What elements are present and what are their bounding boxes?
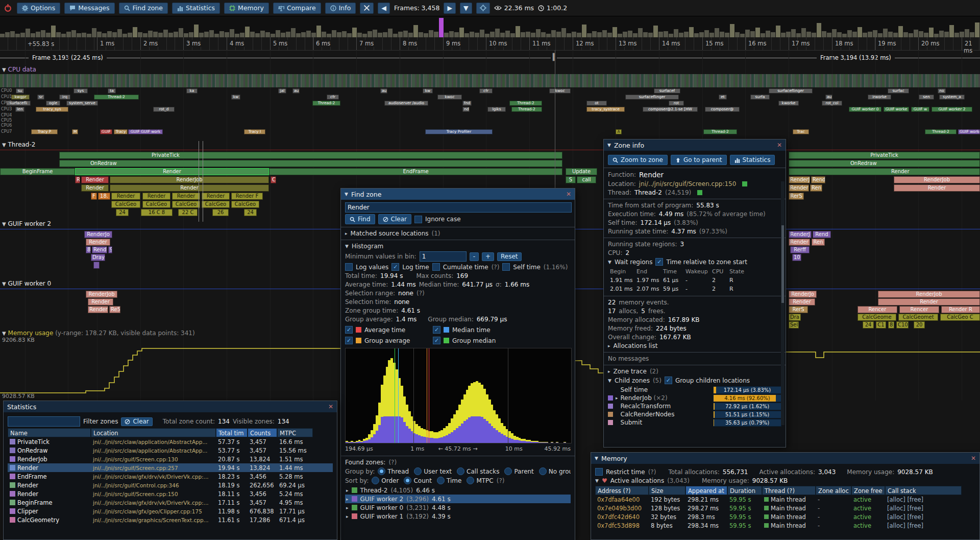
- timeline-zone[interactable]: Render: [81, 184, 109, 192]
- frame-bar[interactable]: [235, 34, 239, 37]
- timeline-zone[interactable]: PrivateTick: [59, 152, 562, 159]
- frame-bar[interactable]: [368, 31, 372, 37]
- frame-bar[interactable]: [776, 26, 780, 37]
- timeline-zone[interactable]: BeginFrame: [0, 168, 75, 175]
- self-time-checkbox[interactable]: ✓: [502, 263, 510, 271]
- frame-bar[interactable]: [934, 34, 939, 37]
- timeline-zone[interactable]: system_serve: [66, 101, 98, 106]
- find-zone-titlebar[interactable]: ▼ Find zone ✕: [341, 189, 575, 200]
- timeline-zone[interactable]: CalcGeo: [202, 201, 230, 208]
- frame-bar[interactable]: [403, 31, 408, 37]
- frame-bar[interactable]: [148, 31, 153, 37]
- frame-bar[interactable]: [459, 28, 464, 37]
- frame-bar[interactable]: [286, 32, 290, 37]
- frame-bar[interactable]: [674, 29, 678, 37]
- find-button[interactable]: Find: [345, 214, 375, 224]
- timeline-zone[interactable]: PrivateTick: [789, 152, 980, 159]
- frame-bar[interactable]: [306, 31, 311, 37]
- frame-bar[interactable]: [628, 31, 632, 37]
- memory-button[interactable]: Memory: [224, 3, 269, 14]
- frame-bar[interactable]: [771, 32, 775, 37]
- timeline-zone[interactable]: GUIF: [100, 129, 112, 134]
- radio-icon[interactable]: [467, 477, 474, 484]
- timeline-zone[interactable]: 24: [244, 209, 257, 216]
- timeline-zone[interactable]: nd: [462, 107, 470, 112]
- timeline-zone[interactable]: tracy_systrace: [586, 107, 625, 112]
- compare-button[interactable]: Compare: [273, 3, 321, 14]
- frame-bar[interactable]: [669, 34, 673, 37]
- active-allocations-section-label[interactable]: Active allocations: [610, 477, 665, 484]
- frame-bar[interactable]: [592, 31, 597, 37]
- timeline-zone[interactable]: GUIF worker 2: [958, 129, 980, 134]
- timeline-zone[interactable]: kwoc: [437, 95, 462, 100]
- cpu-data-header[interactable]: ▼ CPU data: [2, 66, 36, 73]
- legend-item[interactable]: ✓ Average time: [345, 326, 433, 334]
- timeline-zone[interactable]: Dray: [91, 254, 105, 261]
- frame-bar[interactable]: [214, 34, 219, 37]
- timeline-zone[interactable]: Sel: [789, 321, 799, 328]
- frame-bar[interactable]: [812, 33, 816, 37]
- frame-bar[interactable]: [531, 33, 535, 37]
- frame-bar[interactable]: [694, 33, 699, 37]
- frame-bar[interactable]: [429, 30, 433, 37]
- goto-frame-button[interactable]: [476, 3, 490, 14]
- frame-bar[interactable]: [61, 34, 66, 37]
- frame-bar[interactable]: [276, 30, 280, 37]
- restrict-time-checkbox[interactable]: ✓: [595, 468, 603, 476]
- frame-bar[interactable]: [653, 26, 658, 37]
- timeline-zone[interactable]: irq: [59, 95, 70, 100]
- group-children-checkbox[interactable]: ✓: [665, 377, 672, 384]
- frame-bar[interactable]: [526, 32, 530, 37]
- frame-bar[interactable]: [36, 32, 40, 37]
- frame-bar[interactable]: [516, 26, 520, 37]
- timeline-zone[interactable]: Render: [75, 168, 269, 175]
- timeline-zone[interactable]: sys: [74, 88, 88, 93]
- group-by-option[interactable]: User text: [414, 467, 452, 475]
- frame-bar[interactable]: [796, 33, 801, 37]
- frame-bar[interactable]: [505, 31, 510, 37]
- timeline-zone[interactable]: Render: [142, 193, 170, 200]
- frame-bar[interactable]: [740, 34, 745, 37]
- bin-plus-button[interactable]: +: [482, 252, 494, 261]
- log-time-checkbox[interactable]: ✓: [391, 263, 399, 271]
- timeline-zone[interactable]: Render F: [231, 193, 263, 200]
- timeline-zone[interactable]: CalcGeome: [857, 314, 896, 321]
- frame-bar[interactable]: [704, 30, 709, 37]
- frame-bar[interactable]: [464, 33, 469, 37]
- frame-bar[interactable]: [745, 30, 750, 37]
- timeline-zone[interactable]: CalcGeo: [231, 201, 259, 208]
- radio-icon[interactable]: [457, 467, 464, 475]
- group-by-option[interactable]: Parent: [504, 467, 533, 475]
- frame-bar[interactable]: [822, 31, 826, 37]
- frame-bar[interactable]: [480, 30, 484, 37]
- allocation-table-row[interactable]: 0x7dfaa64e00 192 bytes 298.21 ms 59.95 s…: [595, 495, 975, 504]
- clear-filter-button[interactable]: Clear: [121, 417, 152, 426]
- statistics-table-row[interactable]: RenderJob jni/../jni/src/guif/Screen.cpp…: [8, 455, 333, 463]
- column-header-thread[interactable]: Thread (?): [762, 486, 816, 495]
- frame-bar[interactable]: [97, 32, 102, 37]
- statistics-table-row[interactable]: Render jni/../jni/src/guif/Screen.cpp:25…: [8, 463, 333, 472]
- frame-bar[interactable]: [204, 32, 209, 37]
- close-icon[interactable]: ✕: [328, 403, 333, 410]
- timeline-zone[interactable]: CalcGeo: [172, 201, 200, 208]
- timeline-zone[interactable]: Render: [202, 193, 230, 200]
- statistics-table-row[interactable]: Clipper jni/../jni/src/claw/gfx/geo/Clip…: [8, 507, 333, 515]
- timeline-zone[interactable]: Dra: [789, 314, 801, 321]
- frame-bar[interactable]: [301, 32, 306, 37]
- scrollbar-thumb[interactable]: [781, 225, 784, 303]
- radio-icon[interactable]: [372, 477, 379, 484]
- frame-bar[interactable]: [510, 33, 515, 37]
- timeline-zone[interactable]: GUIF w: [911, 107, 929, 112]
- timeline-zone[interactable]: 22 C: [178, 209, 198, 216]
- frame-bar[interactable]: [449, 31, 454, 37]
- frame-bar[interactable]: [408, 33, 413, 37]
- timeline-zone[interactable]: fnd: [462, 101, 472, 106]
- log-values-checkbox[interactable]: ✓: [345, 263, 353, 271]
- clear-button[interactable]: Clear: [378, 214, 411, 224]
- timeline-zone[interactable]: rot_d: [153, 107, 175, 112]
- frame-bar[interactable]: [225, 32, 229, 37]
- column-header-zone-alloc[interactable]: Zone alloc: [816, 486, 851, 495]
- frame-bar[interactable]: [914, 30, 918, 37]
- timeline-zone[interactable]: GUIF GUIF work: [128, 129, 163, 134]
- timeline-zone[interactable]: ogle: [46, 101, 60, 106]
